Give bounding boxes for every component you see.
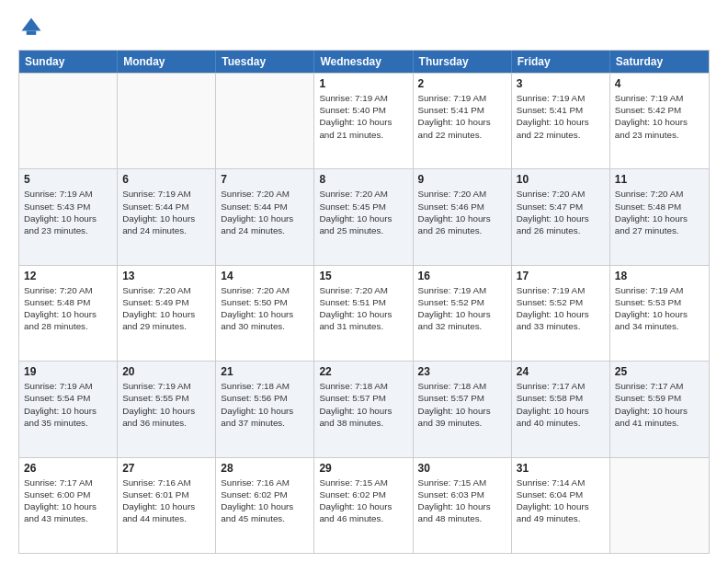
day-info: Sunrise: 7:19 AMSunset: 5:55 PMDaylight:… xyxy=(122,380,210,429)
calendar-body: 1Sunrise: 7:19 AMSunset: 5:40 PMDaylight… xyxy=(19,73,709,553)
day-info: Sunrise: 7:19 AMSunset: 5:53 PMDaylight:… xyxy=(615,284,704,333)
day-cell-22: 22Sunrise: 7:18 AMSunset: 5:57 PMDayligh… xyxy=(314,362,413,456)
header-day-sunday: Sunday xyxy=(19,51,118,73)
day-info: Sunrise: 7:17 AMSunset: 5:58 PMDaylight:… xyxy=(517,380,605,429)
day-cell-26: 26Sunrise: 7:17 AMSunset: 6:00 PMDayligh… xyxy=(19,458,118,553)
day-number: 13 xyxy=(122,270,210,282)
day-cell-21: 21Sunrise: 7:18 AMSunset: 5:56 PMDayligh… xyxy=(216,362,314,456)
day-number: 7 xyxy=(221,173,309,186)
day-number: 1 xyxy=(319,77,407,90)
day-info: Sunrise: 7:19 AMSunset: 5:52 PMDaylight:… xyxy=(517,284,605,333)
day-cell-5: 5Sunrise: 7:19 AMSunset: 5:43 PMDaylight… xyxy=(19,169,118,264)
day-info: Sunrise: 7:19 AMSunset: 5:40 PMDaylight:… xyxy=(319,92,407,141)
day-number: 8 xyxy=(319,173,407,186)
header-day-tuesday: Tuesday xyxy=(216,51,314,73)
day-info: Sunrise: 7:19 AMSunset: 5:52 PMDaylight:… xyxy=(418,284,506,333)
day-info: Sunrise: 7:18 AMSunset: 5:57 PMDaylight:… xyxy=(319,380,407,429)
day-cell-23: 23Sunrise: 7:18 AMSunset: 5:57 PMDayligh… xyxy=(414,362,512,456)
day-number: 2 xyxy=(418,77,506,90)
day-info: Sunrise: 7:20 AMSunset: 5:45 PMDaylight:… xyxy=(319,188,407,236)
day-info: Sunrise: 7:19 AMSunset: 5:43 PMDaylight:… xyxy=(24,188,112,236)
day-cell-28: 28Sunrise: 7:16 AMSunset: 6:02 PMDayligh… xyxy=(216,458,314,553)
header-day-wednesday: Wednesday xyxy=(314,51,413,73)
day-number: 23 xyxy=(418,365,506,378)
day-cell-29: 29Sunrise: 7:15 AMSunset: 6:02 PMDayligh… xyxy=(314,458,413,553)
day-cell-1: 1Sunrise: 7:19 AMSunset: 5:40 PMDaylight… xyxy=(314,74,413,168)
day-number: 15 xyxy=(319,270,407,282)
day-number: 18 xyxy=(615,270,704,282)
day-info: Sunrise: 7:15 AMSunset: 6:02 PMDaylight:… xyxy=(319,477,407,525)
day-info: Sunrise: 7:19 AMSunset: 5:41 PMDaylight:… xyxy=(517,92,605,141)
day-cell-8: 8Sunrise: 7:20 AMSunset: 5:45 PMDaylight… xyxy=(314,169,413,264)
day-number: 5 xyxy=(24,173,112,186)
day-cell-27: 27Sunrise: 7:16 AMSunset: 6:01 PMDayligh… xyxy=(118,458,216,553)
day-cell-25: 25Sunrise: 7:17 AMSunset: 5:59 PMDayligh… xyxy=(610,362,709,456)
header-day-monday: Monday xyxy=(118,51,216,73)
day-number: 31 xyxy=(517,462,605,475)
day-info: Sunrise: 7:20 AMSunset: 5:49 PMDaylight:… xyxy=(122,284,210,333)
day-cell-4: 4Sunrise: 7:19 AMSunset: 5:42 PMDaylight… xyxy=(610,74,709,168)
day-number: 21 xyxy=(221,365,309,378)
calendar-row-5: 26Sunrise: 7:17 AMSunset: 6:00 PMDayligh… xyxy=(19,457,709,553)
day-info: Sunrise: 7:19 AMSunset: 5:41 PMDaylight:… xyxy=(418,92,506,141)
day-info: Sunrise: 7:20 AMSunset: 5:46 PMDaylight:… xyxy=(418,188,506,236)
day-cell-14: 14Sunrise: 7:20 AMSunset: 5:50 PMDayligh… xyxy=(216,266,314,361)
day-number: 9 xyxy=(418,173,506,186)
header-day-friday: Friday xyxy=(512,51,610,73)
svg-marker-0 xyxy=(22,18,41,31)
day-number: 26 xyxy=(24,462,112,475)
day-cell-11: 11Sunrise: 7:20 AMSunset: 5:48 PMDayligh… xyxy=(610,169,709,264)
calendar-row-4: 19Sunrise: 7:19 AMSunset: 5:54 PMDayligh… xyxy=(19,361,709,456)
calendar-row-2: 5Sunrise: 7:19 AMSunset: 5:43 PMDaylight… xyxy=(19,168,709,264)
header xyxy=(18,15,710,40)
day-number: 3 xyxy=(517,77,605,90)
day-cell-18: 18Sunrise: 7:19 AMSunset: 5:53 PMDayligh… xyxy=(610,266,709,361)
day-info: Sunrise: 7:20 AMSunset: 5:50 PMDaylight:… xyxy=(221,284,309,333)
day-cell-31: 31Sunrise: 7:14 AMSunset: 6:04 PMDayligh… xyxy=(512,458,610,553)
day-number: 17 xyxy=(517,270,605,282)
day-number: 20 xyxy=(122,365,210,378)
day-cell-30: 30Sunrise: 7:15 AMSunset: 6:03 PMDayligh… xyxy=(414,458,512,553)
day-info: Sunrise: 7:18 AMSunset: 5:56 PMDaylight:… xyxy=(221,380,309,429)
day-info: Sunrise: 7:17 AMSunset: 5:59 PMDaylight:… xyxy=(615,380,704,429)
calendar-header: SundayMondayTuesdayWednesdayThursdayFrid… xyxy=(19,51,709,73)
day-cell-16: 16Sunrise: 7:19 AMSunset: 5:52 PMDayligh… xyxy=(414,266,512,361)
calendar: SundayMondayTuesdayWednesdayThursdayFrid… xyxy=(18,50,710,554)
empty-cell xyxy=(19,74,118,168)
day-number: 12 xyxy=(24,270,112,282)
day-cell-9: 9Sunrise: 7:20 AMSunset: 5:46 PMDaylight… xyxy=(414,169,512,264)
day-cell-15: 15Sunrise: 7:20 AMSunset: 5:51 PMDayligh… xyxy=(314,266,413,361)
header-day-thursday: Thursday xyxy=(414,51,512,73)
empty-cell xyxy=(610,458,709,553)
day-info: Sunrise: 7:18 AMSunset: 5:57 PMDaylight:… xyxy=(418,380,506,429)
empty-cell xyxy=(118,74,216,168)
day-cell-24: 24Sunrise: 7:17 AMSunset: 5:58 PMDayligh… xyxy=(512,362,610,456)
day-number: 24 xyxy=(517,365,605,378)
day-info: Sunrise: 7:20 AMSunset: 5:51 PMDaylight:… xyxy=(319,284,407,333)
day-number: 11 xyxy=(615,173,704,186)
day-info: Sunrise: 7:20 AMSunset: 5:44 PMDaylight:… xyxy=(221,188,309,236)
day-cell-10: 10Sunrise: 7:20 AMSunset: 5:47 PMDayligh… xyxy=(512,169,610,264)
svg-rect-1 xyxy=(27,31,37,35)
day-cell-19: 19Sunrise: 7:19 AMSunset: 5:54 PMDayligh… xyxy=(19,362,118,456)
day-number: 6 xyxy=(122,173,210,186)
empty-cell xyxy=(216,74,314,168)
day-number: 30 xyxy=(418,462,506,475)
day-number: 25 xyxy=(615,365,704,378)
day-cell-17: 17Sunrise: 7:19 AMSunset: 5:52 PMDayligh… xyxy=(512,266,610,361)
day-cell-7: 7Sunrise: 7:20 AMSunset: 5:44 PMDaylight… xyxy=(216,169,314,264)
day-info: Sunrise: 7:15 AMSunset: 6:03 PMDaylight:… xyxy=(418,477,506,525)
header-day-saturday: Saturday xyxy=(610,51,709,73)
day-info: Sunrise: 7:16 AMSunset: 6:02 PMDaylight:… xyxy=(221,477,309,525)
calendar-row-1: 1Sunrise: 7:19 AMSunset: 5:40 PMDaylight… xyxy=(19,73,709,168)
day-number: 27 xyxy=(122,462,210,475)
day-number: 14 xyxy=(221,270,309,282)
day-number: 16 xyxy=(418,270,506,282)
page: SundayMondayTuesdayWednesdayThursdayFrid… xyxy=(0,0,728,563)
day-number: 28 xyxy=(221,462,309,475)
day-info: Sunrise: 7:14 AMSunset: 6:04 PMDaylight:… xyxy=(517,477,605,525)
day-info: Sunrise: 7:17 AMSunset: 6:00 PMDaylight:… xyxy=(24,477,112,525)
day-number: 4 xyxy=(615,77,704,90)
day-info: Sunrise: 7:19 AMSunset: 5:42 PMDaylight:… xyxy=(615,92,704,141)
day-info: Sunrise: 7:20 AMSunset: 5:48 PMDaylight:… xyxy=(24,284,112,333)
